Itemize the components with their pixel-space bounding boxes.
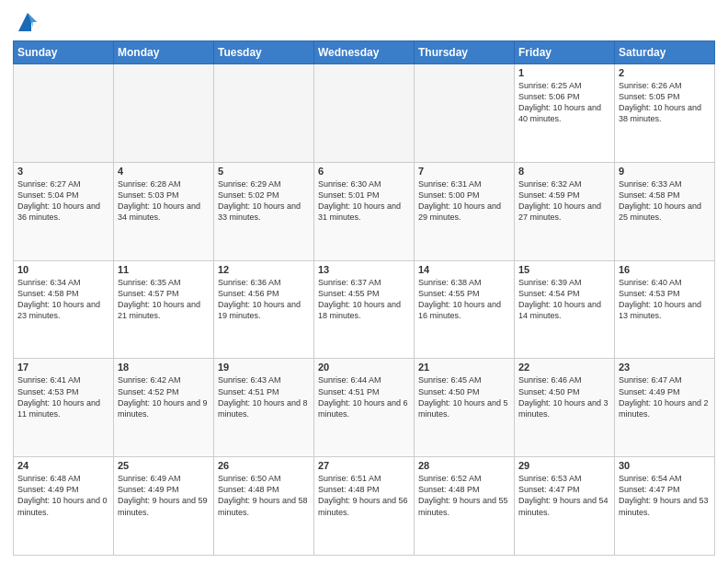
calendar-week-2: 10Sunrise: 6:34 AMSunset: 4:58 PMDayligh… — [14, 260, 715, 359]
calendar-cell: 16Sunrise: 6:40 AMSunset: 4:53 PMDayligh… — [615, 260, 715, 359]
day-info: Sunrise: 6:32 AMSunset: 4:59 PMDaylight:… — [518, 178, 610, 224]
calendar-cell — [214, 64, 314, 163]
day-info: Sunrise: 6:36 AMSunset: 4:56 PMDaylight:… — [218, 277, 310, 322]
weekday-header-saturday: Saturday — [615, 41, 715, 64]
day-number: 11 — [118, 264, 210, 275]
day-info: Sunrise: 6:31 AMSunset: 5:00 PMDaylight:… — [418, 178, 510, 224]
day-number: 17 — [17, 362, 109, 373]
day-info: Sunrise: 6:45 AMSunset: 4:50 PMDaylight:… — [418, 374, 510, 419]
day-number: 25 — [118, 460, 210, 471]
day-info: Sunrise: 6:35 AMSunset: 4:57 PMDaylight:… — [118, 277, 210, 322]
day-number: 18 — [118, 362, 210, 373]
day-info: Sunrise: 6:37 AMSunset: 4:55 PMDaylight:… — [318, 277, 410, 322]
day-info: Sunrise: 6:41 AMSunset: 4:53 PMDaylight:… — [17, 374, 109, 419]
day-info: Sunrise: 6:47 AMSunset: 4:49 PMDaylight:… — [619, 374, 711, 419]
calendar-week-0: 1Sunrise: 6:25 AMSunset: 5:06 PMDaylight… — [14, 64, 715, 163]
day-info: Sunrise: 6:42 AMSunset: 4:52 PMDaylight:… — [118, 374, 210, 419]
calendar-cell: 3Sunrise: 6:27 AMSunset: 5:04 PMDaylight… — [14, 162, 114, 260]
day-number: 6 — [318, 166, 410, 177]
day-info: Sunrise: 6:44 AMSunset: 4:51 PMDaylight:… — [318, 374, 410, 419]
calendar-cell: 2Sunrise: 6:26 AMSunset: 5:05 PMDaylight… — [615, 64, 715, 163]
day-number: 16 — [619, 264, 711, 275]
calendar-cell — [415, 64, 515, 163]
day-info: Sunrise: 6:52 AMSunset: 4:48 PMDaylight:… — [418, 473, 510, 518]
day-info: Sunrise: 6:40 AMSunset: 4:53 PMDaylight:… — [619, 277, 711, 322]
calendar-cell: 19Sunrise: 6:43 AMSunset: 4:51 PMDayligh… — [214, 359, 314, 457]
logo — [13, 9, 40, 35]
day-info: Sunrise: 6:43 AMSunset: 4:51 PMDaylight:… — [218, 374, 310, 419]
day-number: 30 — [619, 460, 711, 471]
day-info: Sunrise: 6:50 AMSunset: 4:48 PMDaylight:… — [218, 473, 310, 518]
day-number: 23 — [619, 362, 711, 373]
calendar-cell: 23Sunrise: 6:47 AMSunset: 4:49 PMDayligh… — [615, 359, 715, 457]
calendar-cell: 4Sunrise: 6:28 AMSunset: 5:03 PMDaylight… — [114, 162, 214, 260]
calendar-cell: 24Sunrise: 6:48 AMSunset: 4:49 PMDayligh… — [14, 457, 114, 556]
day-number: 10 — [17, 264, 109, 275]
day-info: Sunrise: 6:33 AMSunset: 4:58 PMDaylight:… — [619, 178, 711, 224]
weekday-header-row: SundayMondayTuesdayWednesdayThursdayFrid… — [14, 41, 715, 64]
weekday-header-friday: Friday — [515, 41, 615, 64]
day-info: Sunrise: 6:46 AMSunset: 4:50 PMDaylight:… — [518, 374, 610, 419]
day-number: 22 — [518, 362, 610, 373]
day-info: Sunrise: 6:51 AMSunset: 4:48 PMDaylight:… — [318, 473, 410, 518]
day-info: Sunrise: 6:28 AMSunset: 5:03 PMDaylight:… — [118, 178, 210, 224]
page-header — [13, 9, 715, 35]
day-info: Sunrise: 6:25 AMSunset: 5:06 PMDaylight:… — [518, 80, 610, 125]
calendar-cell: 18Sunrise: 6:42 AMSunset: 4:52 PMDayligh… — [114, 359, 214, 457]
day-number: 15 — [518, 264, 610, 275]
calendar-cell: 26Sunrise: 6:50 AMSunset: 4:48 PMDayligh… — [214, 457, 314, 556]
calendar-table: SundayMondayTuesdayWednesdayThursdayFrid… — [13, 40, 715, 556]
day-number: 13 — [318, 264, 410, 275]
calendar-cell: 22Sunrise: 6:46 AMSunset: 4:50 PMDayligh… — [515, 359, 615, 457]
day-info: Sunrise: 6:26 AMSunset: 5:05 PMDaylight:… — [619, 80, 711, 125]
day-number: 21 — [418, 362, 510, 373]
calendar-cell: 5Sunrise: 6:29 AMSunset: 5:02 PMDaylight… — [214, 162, 314, 260]
day-number: 20 — [318, 362, 410, 373]
calendar-cell: 30Sunrise: 6:54 AMSunset: 4:47 PMDayligh… — [615, 457, 715, 556]
day-info: Sunrise: 6:27 AMSunset: 5:04 PMDaylight:… — [17, 178, 109, 224]
calendar-cell: 1Sunrise: 6:25 AMSunset: 5:06 PMDaylight… — [515, 64, 615, 163]
calendar-cell — [314, 64, 415, 163]
calendar-cell: 28Sunrise: 6:52 AMSunset: 4:48 PMDayligh… — [415, 457, 515, 556]
day-info: Sunrise: 6:49 AMSunset: 4:49 PMDaylight:… — [118, 473, 210, 518]
day-number: 27 — [318, 460, 410, 471]
weekday-header-tuesday: Tuesday — [214, 41, 314, 64]
calendar-week-1: 3Sunrise: 6:27 AMSunset: 5:04 PMDaylight… — [14, 162, 715, 260]
calendar-week-3: 17Sunrise: 6:41 AMSunset: 4:53 PMDayligh… — [14, 359, 715, 457]
calendar-cell: 7Sunrise: 6:31 AMSunset: 5:00 PMDaylight… — [415, 162, 515, 260]
day-number: 4 — [118, 166, 210, 177]
calendar-cell: 8Sunrise: 6:32 AMSunset: 4:59 PMDaylight… — [515, 162, 615, 260]
logo-icon — [15, 9, 40, 35]
day-number: 26 — [218, 460, 310, 471]
day-number: 28 — [418, 460, 510, 471]
weekday-header-thursday: Thursday — [415, 41, 515, 64]
calendar-cell: 14Sunrise: 6:38 AMSunset: 4:55 PMDayligh… — [415, 260, 515, 359]
day-info: Sunrise: 6:29 AMSunset: 5:02 PMDaylight:… — [218, 178, 310, 224]
day-number: 3 — [17, 166, 109, 177]
weekday-header-monday: Monday — [114, 41, 214, 64]
day-number: 29 — [518, 460, 610, 471]
day-number: 9 — [619, 166, 711, 177]
day-number: 8 — [518, 166, 610, 177]
day-number: 14 — [418, 264, 510, 275]
day-info: Sunrise: 6:53 AMSunset: 4:47 PMDaylight:… — [518, 473, 610, 518]
calendar-cell — [14, 64, 114, 163]
day-number: 24 — [17, 460, 109, 471]
calendar-cell: 20Sunrise: 6:44 AMSunset: 4:51 PMDayligh… — [314, 359, 415, 457]
day-info: Sunrise: 6:39 AMSunset: 4:54 PMDaylight:… — [518, 277, 610, 322]
calendar-cell: 17Sunrise: 6:41 AMSunset: 4:53 PMDayligh… — [14, 359, 114, 457]
day-info: Sunrise: 6:38 AMSunset: 4:55 PMDaylight:… — [418, 277, 510, 322]
calendar-cell: 11Sunrise: 6:35 AMSunset: 4:57 PMDayligh… — [114, 260, 214, 359]
calendar-cell: 13Sunrise: 6:37 AMSunset: 4:55 PMDayligh… — [314, 260, 415, 359]
calendar-cell: 29Sunrise: 6:53 AMSunset: 4:47 PMDayligh… — [515, 457, 615, 556]
day-info: Sunrise: 6:34 AMSunset: 4:58 PMDaylight:… — [17, 277, 109, 322]
day-number: 1 — [518, 67, 610, 78]
calendar-cell: 9Sunrise: 6:33 AMSunset: 4:58 PMDaylight… — [615, 162, 715, 260]
weekday-header-sunday: Sunday — [14, 41, 114, 64]
calendar-week-4: 24Sunrise: 6:48 AMSunset: 4:49 PMDayligh… — [14, 457, 715, 556]
calendar-cell: 12Sunrise: 6:36 AMSunset: 4:56 PMDayligh… — [214, 260, 314, 359]
day-number: 7 — [418, 166, 510, 177]
day-number: 19 — [218, 362, 310, 373]
calendar-cell: 25Sunrise: 6:49 AMSunset: 4:49 PMDayligh… — [114, 457, 214, 556]
calendar-cell: 21Sunrise: 6:45 AMSunset: 4:50 PMDayligh… — [415, 359, 515, 457]
